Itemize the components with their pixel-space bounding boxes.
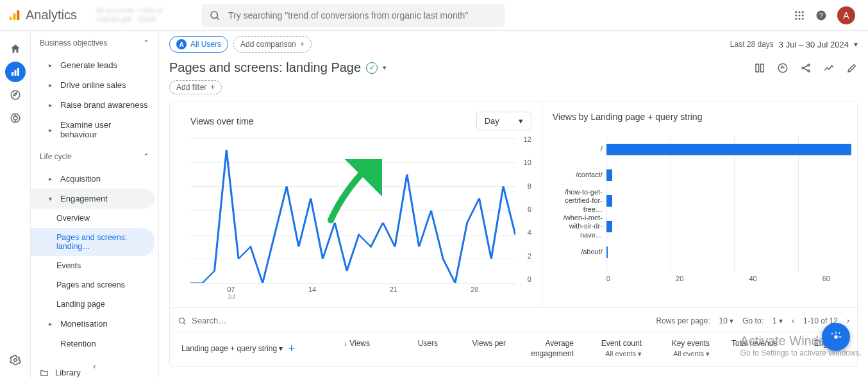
rail-reports-icon[interactable] <box>5 62 26 82</box>
sidebar-item-generate-leads[interactable]: ▸Generate leads <box>31 55 158 75</box>
svg-point-34 <box>834 335 838 339</box>
line-chart-plot <box>190 138 515 283</box>
table-search-input[interactable] <box>192 316 299 325</box>
header: Analytics All accounts > Site at Adnan.p… <box>0 0 868 31</box>
card-title: Views over time <box>190 116 254 126</box>
column-header[interactable]: Average engagement <box>510 336 578 361</box>
chevron-right-icon: ▸ <box>49 101 55 108</box>
add-dimension-button[interactable]: + <box>288 341 295 356</box>
svg-line-4 <box>217 17 219 20</box>
bar-fill <box>606 221 612 232</box>
chevron-down-icon[interactable]: ▾ <box>383 64 387 72</box>
sidebar-item-label: Generate leads <box>60 60 117 70</box>
plus-icon: + <box>210 83 215 92</box>
segment-all-users[interactable]: A All Users <box>169 36 228 53</box>
trend-icon[interactable] <box>823 62 835 74</box>
rows-per-page-select[interactable]: 10 ▾ <box>719 316 734 325</box>
sidebar-item-examine-user-behaviour[interactable]: ▸Examine user behaviour <box>31 115 158 144</box>
sidebar-item-engagement[interactable]: ▾Engagement <box>31 189 154 209</box>
rail-admin-icon[interactable] <box>5 350 26 370</box>
sidebar-item-retention[interactable]: Retention <box>31 334 158 354</box>
sidebar-item-landing-page[interactable]: Landing page <box>31 295 158 314</box>
chevron-right-icon: ▸ <box>49 320 55 327</box>
chevron-right-icon: ▸ <box>49 126 55 133</box>
date-range-picker[interactable]: Last 28 days 3 Jul – 30 Jul 2024 ▾ <box>730 40 858 49</box>
sparkle-gear-icon <box>829 330 843 344</box>
column-header[interactable]: ↓ Views <box>306 336 374 361</box>
bar-row[interactable]: /when-i-met-with-sir-dr-nave… <box>553 217 837 236</box>
sidebar-item-overview[interactable]: Overview <box>31 209 158 228</box>
card-title: Views by Landing page + query string <box>553 112 703 122</box>
date-range-label: Last 28 days <box>730 40 774 49</box>
search-icon <box>209 10 221 21</box>
apps-icon[interactable] <box>794 10 805 21</box>
sidebar-group-business[interactable]: Business objectives ⌃ <box>31 31 158 55</box>
comparison-toolbar: A All Users Add comparison + Last 28 day… <box>159 31 868 55</box>
column-header[interactable]: Key eventsAll events ▾ <box>646 336 714 361</box>
svg-line-30 <box>804 68 808 70</box>
svg-point-12 <box>799 17 801 19</box>
sidebar-item-label: Retention <box>60 339 96 348</box>
insights-icon[interactable] <box>777 62 789 74</box>
chevron-down-icon: ▾ <box>49 195 55 202</box>
add-comparison-label: Add comparison <box>240 40 296 49</box>
search-input[interactable] <box>228 10 497 21</box>
column-header[interactable]: Total revenue <box>714 336 781 361</box>
line-chart-yaxis: 121086420 <box>519 135 531 283</box>
compare-icon[interactable] <box>754 62 765 74</box>
page-next-button[interactable]: › <box>847 316 849 325</box>
bar-row[interactable]: /about/ <box>553 243 837 262</box>
rail-explore-icon[interactable] <box>5 85 26 105</box>
granularity-value: Day <box>485 116 499 126</box>
sidebar-item-drive-online-sales[interactable]: ▸Drive online sales <box>31 75 158 95</box>
sidebar-item-label: Overview <box>56 214 90 223</box>
add-comparison-button[interactable]: Add comparison + <box>233 36 312 53</box>
rail-home-icon[interactable] <box>5 39 26 59</box>
column-header[interactable]: Users <box>374 336 442 361</box>
sidebar-item-pages-screens-landing[interactable]: Pages and screens: landing… <box>31 228 154 256</box>
account-breadcrumb: All accounts > Site at <box>96 6 192 14</box>
sidebar-collapse-button[interactable]: ‹ <box>31 356 158 375</box>
data-table: Rows per page: 10 ▾ Go to: 1 ▾ ‹ 1-10 of… <box>169 308 858 367</box>
chevron-right-icon: ▸ <box>49 175 55 182</box>
rail-advertising-icon[interactable] <box>5 108 26 128</box>
sidebar-item-monetisation[interactable]: ▸Monetisation <box>31 314 158 334</box>
search-icon <box>178 316 187 325</box>
table-search[interactable] <box>178 316 299 325</box>
bar-row[interactable]: / <box>553 140 837 159</box>
svg-point-22 <box>13 359 17 362</box>
chevron-down-icon: ▾ <box>854 40 858 49</box>
sidebar-item-raise-brand-awareness[interactable]: ▸Raise brand awareness <box>31 95 158 115</box>
bar-chart-xaxis: 0204060 <box>606 275 830 282</box>
sidebar-item-pages-screens[interactable]: Pages and screens <box>31 275 158 295</box>
user-avatar[interactable]: A <box>837 6 855 24</box>
main-content: A All Users Add comparison + Last 28 day… <box>159 31 868 378</box>
chevron-right-icon: ▸ <box>49 82 55 89</box>
help-icon[interactable]: ? <box>815 10 827 21</box>
dimension-selector[interactable]: Landing page + query string ▾ <box>181 344 283 354</box>
bar-row[interactable]: /how-to-get-certified-for-free… <box>553 191 837 210</box>
search-bar[interactable] <box>201 4 505 27</box>
svg-point-5 <box>795 11 797 13</box>
sidebar-item-acquisition[interactable]: ▸Acquisition <box>31 169 158 189</box>
line-chart: 121086420 07Jul142128 <box>190 135 531 302</box>
add-filter-button[interactable]: Add filter + <box>169 80 222 94</box>
granularity-selector[interactable]: Day ▾ <box>476 112 531 130</box>
sidebar-group-label: Business objectives <box>40 39 107 47</box>
customise-report-fab[interactable] <box>822 323 850 351</box>
status-check-icon[interactable]: ✓ <box>366 62 378 74</box>
column-header[interactable]: Event countAll events ▾ <box>578 336 646 361</box>
goto-select[interactable]: 1 ▾ <box>772 316 783 325</box>
share-icon[interactable] <box>800 62 812 74</box>
page-prev-button[interactable]: ‹ <box>792 316 794 325</box>
account-selector[interactable]: All accounts > Site at Adnan.pk - GA4 <box>96 6 192 24</box>
sidebar-group-lifecycle[interactable]: Life cycle ⌃ <box>31 144 158 169</box>
sidebar-item-events[interactable]: Events <box>31 256 158 275</box>
bar-label: /contact/ <box>553 171 603 179</box>
product-logo: Analytics <box>8 8 90 22</box>
edit-icon[interactable] <box>846 62 858 74</box>
bar-row[interactable]: /contact/ <box>553 166 837 185</box>
svg-text:?: ? <box>819 11 823 19</box>
svg-rect-17 <box>14 70 16 76</box>
column-header[interactable]: Views per <box>442 336 510 361</box>
